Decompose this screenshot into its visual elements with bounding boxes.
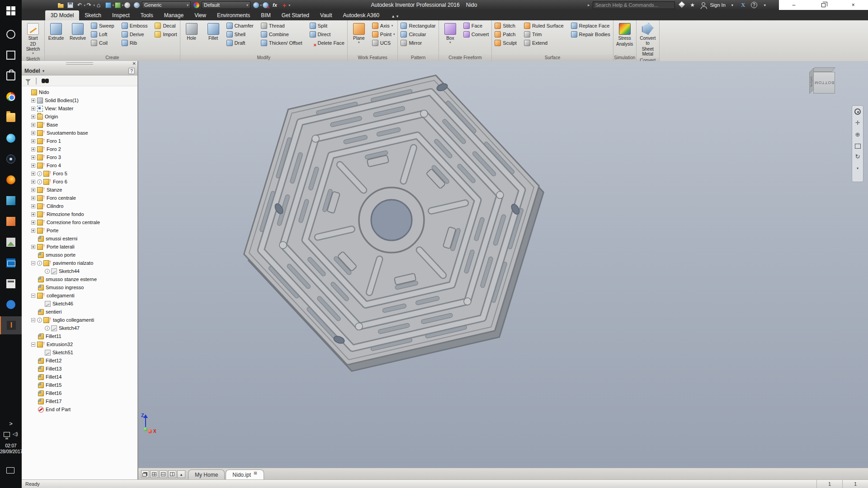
expand-icon[interactable] xyxy=(31,245,35,249)
replace-face-button[interactable]: Replace Face xyxy=(570,21,612,30)
chamfer-button[interactable]: Chamfer xyxy=(225,21,255,30)
orbit-icon[interactable]: ↻ xyxy=(854,153,861,160)
panel-label-simulation[interactable]: Simulation xyxy=(613,54,636,61)
redo-button[interactable]: ↷▾ xyxy=(85,1,93,9)
emboss-button[interactable]: Emboss xyxy=(120,21,149,30)
tree-item-fillet12[interactable]: Fillet12 xyxy=(24,357,137,365)
point-button[interactable]: Point▾ xyxy=(371,30,396,38)
expand-icon[interactable] xyxy=(31,107,35,111)
photos-taskbar-button[interactable] xyxy=(0,192,22,210)
mirror-button[interactable]: Mirror xyxy=(399,38,437,47)
tree-item-foro-5[interactable]: iForo 5 xyxy=(24,169,137,178)
loft-button[interactable]: Loft xyxy=(90,30,116,38)
panel-label-create[interactable]: Create xyxy=(45,54,180,61)
undo-button[interactable]: ↶▾ xyxy=(75,1,84,9)
repair-bodies-button[interactable]: Repair Bodies xyxy=(570,30,612,38)
expand-icon[interactable] xyxy=(31,155,35,160)
rib-button[interactable]: Rib xyxy=(120,38,149,47)
calculator-taskbar-button[interactable] xyxy=(0,275,22,293)
expand-icon[interactable] xyxy=(31,221,35,225)
revolve-button[interactable]: Revolve xyxy=(68,21,88,41)
expand-icon[interactable] xyxy=(31,99,35,103)
tree-item-collegamenti[interactable]: collegamenti xyxy=(24,291,137,300)
ribbon-tab-vault[interactable]: Vault xyxy=(315,10,337,20)
navigation-wheel-icon[interactable] xyxy=(854,108,861,115)
action-center-icon[interactable] xyxy=(6,467,14,474)
tree-item-fillet16[interactable]: Fillet16 xyxy=(24,389,137,397)
tree-item-pavimento-rialzato[interactable]: ipavimento rialzato xyxy=(24,259,137,267)
hole-button[interactable]: Hole xyxy=(182,21,202,41)
browser-help-icon[interactable]: ? xyxy=(128,68,135,74)
tree-item-origin[interactable]: Origin xyxy=(24,113,137,121)
help-caret-icon[interactable]: ▾ xyxy=(761,3,769,7)
import-button[interactable]: Import xyxy=(153,30,178,38)
document-tab-my-home[interactable]: My Home xyxy=(188,469,225,479)
direct-button[interactable]: Direct xyxy=(308,30,346,38)
box-button[interactable]: Box▾ xyxy=(440,21,460,45)
tree-item-sketch51[interactable]: Sketch51 xyxy=(24,348,137,357)
zoom-icon[interactable]: ⊕ xyxy=(854,131,861,138)
tree-item-end-of-part[interactable]: End of Part xyxy=(24,405,137,413)
draft-button[interactable]: Draft xyxy=(225,38,255,47)
sign-in-button[interactable]: Sign In xyxy=(710,2,726,8)
tree-item-sketch47[interactable]: iSketch47 xyxy=(24,324,137,332)
expand-icon[interactable] xyxy=(31,180,35,184)
ribbon-tab-sketch[interactable]: Sketch xyxy=(79,10,107,20)
tree-item-fillet13[interactable]: Fillet13 xyxy=(24,365,137,373)
taskbar-clock[interactable]: 02:07 28/09/2017 xyxy=(0,443,22,455)
zoom-window-icon[interactable] xyxy=(855,144,861,149)
measure-button[interactable]: +▾ xyxy=(280,1,288,9)
tree-item-sketch44[interactable]: iSketch44 xyxy=(24,267,137,275)
search-input[interactable] xyxy=(593,1,675,9)
shell-button[interactable]: Shell xyxy=(225,30,255,38)
expand-icon[interactable] xyxy=(31,204,35,208)
decal-button[interactable]: Decal xyxy=(153,21,178,30)
chrome-taskbar-button[interactable] xyxy=(0,88,22,106)
derive-button[interactable]: Derive xyxy=(120,30,149,38)
save-button[interactable] xyxy=(66,1,74,9)
ruled-surface-button[interactable]: Ruled Surface xyxy=(523,21,565,30)
browser-dock-handle[interactable]: ✕ xyxy=(22,61,137,66)
browser-close-icon[interactable]: ✕ xyxy=(132,61,136,66)
material-browser-button[interactable] xyxy=(132,1,141,9)
document-tab-nido-ipt[interactable]: Nido.ipt⊠ xyxy=(226,469,264,479)
tree-item-smusso-porte[interactable]: smusso porte xyxy=(24,251,137,259)
tree-item-sketch46[interactable]: Sketch46 xyxy=(24,300,137,308)
ribbon-tab-inspect[interactable]: Inspect xyxy=(107,10,135,20)
render-button[interactable]: ▾ xyxy=(104,1,112,9)
convert-to-sheet-metal-button[interactable]: Convert toSheet Metal xyxy=(638,21,658,57)
tile-windows-button[interactable] xyxy=(150,470,158,478)
autodesk-taskbar-button[interactable] xyxy=(0,212,22,230)
tree-item-smusso-ingresso[interactable]: Smusso ingresso xyxy=(24,283,137,291)
graphics-viewport[interactable]: RIGHT BOTTOM ✛ ⊕ ↻ ▾ Z X xyxy=(138,61,868,468)
tree-item-cilindro[interactable]: Cilindro xyxy=(24,202,137,210)
network-icon[interactable] xyxy=(4,432,10,437)
viewcube-bottom-face[interactable]: BOTTOM xyxy=(813,72,835,94)
tree-item-foro-6[interactable]: iForo 6 xyxy=(24,178,137,186)
home-button[interactable]: ⌂ xyxy=(94,1,103,9)
ribbon-tab-bim[interactable]: BIM xyxy=(255,10,276,20)
appearance-select[interactable]: Default▾ xyxy=(202,1,250,9)
panel-label-work-features[interactable]: Work Features xyxy=(348,54,398,61)
tree-item-foro-3[interactable]: Foro 3 xyxy=(24,153,137,161)
sweep-button[interactable]: Sweep xyxy=(90,21,116,30)
sculpt-button[interactable]: Sculpt xyxy=(493,38,518,47)
clear-appearance-button[interactable] xyxy=(261,1,269,9)
thicken-offset-button[interactable]: Thicken/ Offset xyxy=(259,38,304,47)
axis-button[interactable]: Axis▾ xyxy=(371,21,396,30)
navbar-caret-icon[interactable]: ▾ xyxy=(854,165,861,172)
tree-item-porte-laterali[interactable]: Porte laterali xyxy=(24,243,137,251)
ribbon-tab-3d-model[interactable]: 3D Model xyxy=(45,10,79,20)
filter-icon[interactable] xyxy=(25,79,31,82)
fx-button[interactable]: fx xyxy=(271,1,279,9)
tree-item-nido[interactable]: Nido xyxy=(24,88,137,96)
coil-button[interactable]: Coil xyxy=(90,38,116,47)
tab-close-icon[interactable]: ⊠ xyxy=(254,471,257,475)
plane-button[interactable]: Plane▾ xyxy=(349,21,369,45)
tree-item-sentieri[interactable]: sentieri xyxy=(24,308,137,316)
tree-item-solid-bodies-1[interactable]: Solid Bodies(1) xyxy=(24,96,137,104)
expand-icon[interactable] xyxy=(31,123,35,127)
trim-button[interactable]: Trim xyxy=(523,30,565,38)
adjust-appearance-button[interactable]: ▾ xyxy=(252,1,260,9)
cascade-windows-button[interactable] xyxy=(141,470,149,478)
